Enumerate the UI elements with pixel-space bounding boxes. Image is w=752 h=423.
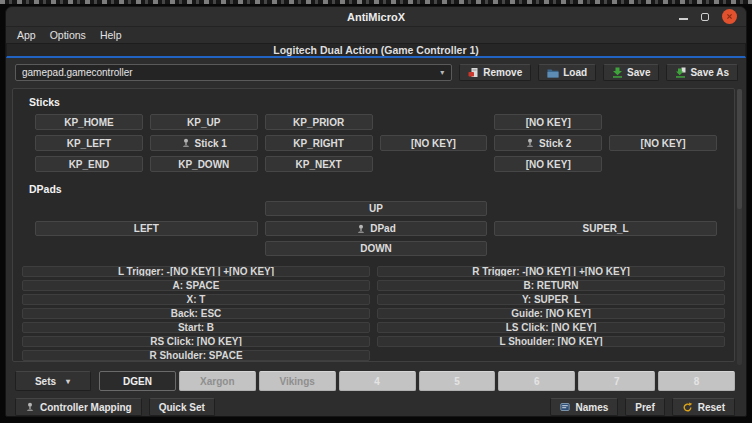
chevron-down-icon: ▾ xyxy=(440,68,445,77)
pref-label: Pref xyxy=(635,402,654,413)
menu-help[interactable]: Help xyxy=(93,29,129,41)
names-icon xyxy=(560,402,570,412)
footer-bar: Controller Mapping Quick Set Names Pref … xyxy=(15,398,735,416)
guide-button-binding[interactable]: Guide: [NO KEY] xyxy=(377,308,725,319)
names-button[interactable]: Names xyxy=(550,398,618,416)
names-label: Names xyxy=(575,402,608,413)
stick1-down-binding[interactable]: KP_DOWN xyxy=(150,156,258,172)
dpad-down-binding[interactable]: DOWN xyxy=(265,241,488,256)
controller-mapping-button[interactable]: Controller Mapping xyxy=(15,398,142,416)
close-icon[interactable] xyxy=(722,9,737,24)
save-as-button[interactable]: Save As xyxy=(666,64,738,81)
stick1-up-left-binding[interactable]: KP_HOME xyxy=(35,114,143,130)
stick1-right-binding[interactable]: KP_RIGHT xyxy=(265,135,373,151)
set-tab-5[interactable]: 5 xyxy=(419,371,496,391)
b-button-binding[interactable]: B: RETURN xyxy=(377,280,725,291)
x-button-binding[interactable]: X: T xyxy=(22,294,370,305)
vertical-scrollbar[interactable] xyxy=(737,89,742,365)
set-tab-7[interactable]: 7 xyxy=(578,371,655,391)
a-button-binding[interactable]: A: SPACE xyxy=(22,280,370,291)
stick1-down-right-binding[interactable]: KP_NEXT xyxy=(265,156,373,172)
back-button-binding[interactable]: Back: ESC xyxy=(22,308,370,319)
stick1-button[interactable]: Stick 1 xyxy=(150,135,258,151)
tab-controller[interactable]: Logitech Dual Action (Game Controller 1) xyxy=(273,44,479,56)
save-as-label: Save As xyxy=(690,67,729,78)
set-tab-4[interactable]: 4 xyxy=(339,371,416,391)
sticks-section-title: Sticks xyxy=(29,96,727,108)
rs-click-binding[interactable]: RS Click: [NO KEY] xyxy=(22,336,370,347)
chevron-down-icon: ▾ xyxy=(66,377,71,386)
r-shoulder-binding[interactable]: R Shoulder: SPACE xyxy=(22,350,370,361)
stick2-right-binding[interactable]: [NO KEY] xyxy=(609,135,717,151)
dpad-button[interactable]: DPad xyxy=(265,221,488,236)
quick-set-label: Quick Set xyxy=(159,402,205,413)
menubar: App Options Help xyxy=(6,27,746,43)
stick2-down-binding[interactable]: [NO KEY] xyxy=(494,156,602,172)
scrollbar-thumb[interactable] xyxy=(737,89,742,209)
dpads-section-title: DPads xyxy=(29,183,727,195)
y-button-binding[interactable]: Y: SUPER_L xyxy=(377,294,725,305)
stick2-button[interactable]: Stick 2 xyxy=(494,135,602,151)
set-tab-vikings[interactable]: Vikings xyxy=(259,371,336,391)
menu-app[interactable]: App xyxy=(10,29,43,41)
save-as-icon xyxy=(675,67,686,78)
controller-tabbar: Logitech Dual Action (Game Controller 1) xyxy=(6,43,746,58)
stick1-up-binding[interactable]: KP_UP xyxy=(150,114,258,130)
desktop-background-pattern xyxy=(0,0,752,4)
sets-dropdown[interactable]: Sets ▾ xyxy=(15,371,91,391)
profile-value: gamepad.gamecontroller xyxy=(22,67,440,78)
ls-click-binding[interactable]: LS Click: [NO KEY] xyxy=(377,322,725,333)
minimize-icon[interactable] xyxy=(679,18,688,20)
remove-label: Remove xyxy=(483,67,522,78)
reset-icon xyxy=(682,402,693,413)
set-tab-8[interactable]: 8 xyxy=(658,371,735,391)
window-title: AntiMicroX xyxy=(6,11,746,23)
titlebar: AntiMicroX xyxy=(6,7,746,27)
set-tab-xargon[interactable]: Xargon xyxy=(179,371,256,391)
start-button-binding[interactable]: Start: B xyxy=(22,322,370,333)
stick1-left-binding[interactable]: KP_LEFT xyxy=(35,135,143,151)
stick2-up-binding[interactable]: [NO KEY] xyxy=(494,114,602,130)
save-button[interactable]: Save xyxy=(603,64,659,81)
stick2-left-binding[interactable]: [NO KEY] xyxy=(380,135,488,151)
stick1-down-left-binding[interactable]: KP_END xyxy=(35,156,143,172)
remove-button[interactable]: Remove xyxy=(459,64,531,81)
empty-slot xyxy=(377,350,725,361)
dpad-label: DPad xyxy=(370,223,396,234)
profile-toolbar: gamepad.gamecontroller ▾ Remove Load Sav… xyxy=(6,58,746,81)
save-icon xyxy=(612,67,623,78)
mapping-groupbox: Sticks KP_HOME KP_UP KP_PRIOR [NO KEY] K… xyxy=(12,88,735,362)
stick1-up-right-binding[interactable]: KP_PRIOR xyxy=(265,114,373,130)
joystick-icon xyxy=(181,138,191,148)
dpad-grid: UP LEFT DPad SUPER_L DOWN xyxy=(35,201,717,256)
dpad-right-binding[interactable]: SUPER_L xyxy=(494,221,717,236)
quick-set-button[interactable]: Quick Set xyxy=(149,398,215,416)
button-bindings-grid: L Trigger: -[NO KEY] | +[NO KEY] R Trigg… xyxy=(22,266,725,361)
stick1-label: Stick 1 xyxy=(195,138,227,149)
remove-icon xyxy=(468,67,479,78)
joystick-icon xyxy=(356,224,366,234)
joystick-icon xyxy=(525,138,535,148)
window-controls xyxy=(679,9,746,24)
pref-button[interactable]: Pref xyxy=(625,398,664,416)
dpad-left-binding[interactable]: LEFT xyxy=(35,221,258,236)
l-shoulder-binding[interactable]: L Shoulder: [NO KEY] xyxy=(377,336,725,347)
reset-button[interactable]: Reset xyxy=(672,398,735,416)
menu-options[interactable]: Options xyxy=(43,29,93,41)
maximize-icon[interactable] xyxy=(701,13,709,21)
l-trigger-binding[interactable]: L Trigger: -[NO KEY] | +[NO KEY] xyxy=(22,266,370,277)
set-tab-dgen[interactable]: DGEN xyxy=(99,371,176,391)
dpad-up-binding[interactable]: UP xyxy=(265,201,488,216)
save-label: Save xyxy=(627,67,650,78)
r-trigger-binding[interactable]: R Trigger: -[NO KEY] | +[NO KEY] xyxy=(377,266,725,277)
antimicrox-window: AntiMicroX App Options Help Logitech Dua… xyxy=(5,6,747,417)
joystick-icon xyxy=(25,402,35,412)
sets-label: Sets xyxy=(35,376,56,387)
profile-combobox[interactable]: gamepad.gamecontroller ▾ xyxy=(15,64,452,81)
controller-mapping-label: Controller Mapping xyxy=(40,402,132,413)
load-button[interactable]: Load xyxy=(538,64,596,81)
stick2-label: Stick 2 xyxy=(539,138,571,149)
sets-row: Sets ▾ DGEN Xargon Vikings 4 5 6 7 8 xyxy=(15,371,735,391)
reset-label: Reset xyxy=(698,402,725,413)
set-tab-6[interactable]: 6 xyxy=(498,371,575,391)
